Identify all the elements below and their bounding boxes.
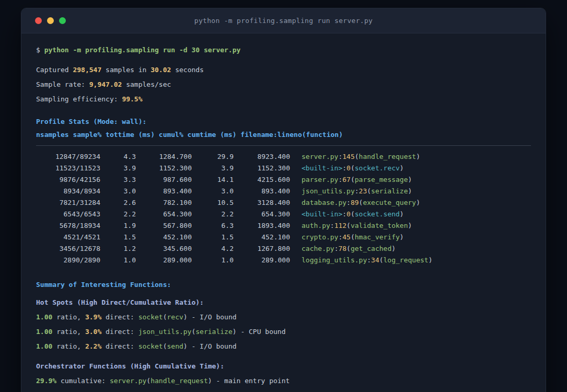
function-name: recv bbox=[167, 313, 183, 321]
lparen-punct: ( bbox=[379, 256, 384, 264]
function-name: serialize bbox=[371, 187, 408, 195]
cell-cumul-pct: 6.3 bbox=[192, 220, 234, 232]
table-row: 4521/45211.5452.1001.5452.100crypto.py:4… bbox=[36, 232, 531, 243]
file-name: <built-in> bbox=[302, 210, 342, 218]
direct-label: direct: bbox=[106, 342, 134, 350]
terminal-output: $ python -m profiling.sampling run -d 30… bbox=[21, 33, 546, 392]
rparen-punct: ) bbox=[416, 199, 420, 206]
cell-tottime: 345.600 bbox=[136, 243, 192, 255]
target-name: socket bbox=[138, 342, 163, 350]
cell-location: crypto.py:45(hmac_verify) bbox=[302, 233, 404, 241]
direct-pct-value: 3.0% bbox=[85, 328, 101, 336]
ratio-label: ratio, bbox=[56, 342, 81, 350]
target-name: socket bbox=[138, 313, 163, 321]
lparen-punct: ( bbox=[163, 313, 167, 321]
line-number: 45 bbox=[342, 233, 351, 241]
rparen-punct: ) bbox=[408, 176, 412, 183]
cell-location: <built-in>:0(socket.send) bbox=[302, 210, 404, 218]
cell-cumtime: 3128.400 bbox=[234, 197, 290, 209]
table-header: nsamples sample% tottime (ms) cumul% cum… bbox=[36, 129, 531, 141]
colon-punct: : bbox=[330, 222, 334, 229]
line-number: 67 bbox=[342, 176, 351, 183]
function-name: get_cached bbox=[351, 245, 391, 252]
summary-heading: Summary of Interesting Functions: bbox=[36, 278, 531, 292]
cell-nsamples: 3456/12678 bbox=[36, 243, 100, 255]
colon-punct: : bbox=[342, 210, 346, 218]
rparen-punct: ) bbox=[233, 328, 237, 336]
cell-sample-pct: 3.3 bbox=[100, 174, 136, 186]
table-row: 5678/189341.9567.8006.31893.400auth.py:1… bbox=[36, 220, 531, 232]
cell-cumtime: 1893.400 bbox=[234, 220, 290, 232]
line-number: 0 bbox=[346, 164, 351, 172]
table-row: 3456/126781.2345.6004.21267.800cache.py:… bbox=[36, 243, 531, 255]
close-button[interactable] bbox=[35, 17, 42, 24]
cell-cumul-pct: 3.0 bbox=[192, 186, 234, 197]
captured-label: Captured bbox=[36, 66, 69, 74]
cell-cumtime: 654.300 bbox=[234, 209, 290, 220]
function-name: log_request bbox=[384, 256, 429, 264]
cell-cumul-pct: 3.9 bbox=[192, 163, 234, 174]
minimize-button[interactable] bbox=[47, 17, 54, 24]
efficiency-value: 99.5% bbox=[122, 95, 142, 103]
profile-stats-heading: Profile Stats (Mode: wall): bbox=[36, 114, 531, 129]
cell-location: database.py:89(execute_query) bbox=[302, 199, 420, 206]
cell-cumul-pct: 1.5 bbox=[192, 232, 234, 243]
rparen-punct: ) bbox=[400, 210, 404, 218]
function-name: execute_query bbox=[363, 199, 416, 206]
prompt-symbol: $ bbox=[36, 46, 40, 54]
cell-nsamples: 12847/89234 bbox=[36, 151, 100, 163]
cell-tottime: 782.100 bbox=[136, 197, 192, 209]
rparen-punct: ) bbox=[400, 233, 404, 241]
cell-cumtime: 452.100 bbox=[234, 232, 290, 243]
cell-tottime: 567.800 bbox=[136, 220, 192, 232]
titlebar: python -m profiling.sampling run server.… bbox=[21, 8, 546, 33]
file-name: database.py bbox=[302, 199, 346, 206]
file-name: parser.py bbox=[302, 176, 338, 183]
line-number: 23 bbox=[359, 187, 367, 195]
function-name: serialize bbox=[195, 328, 232, 336]
lparen-punct: ( bbox=[351, 164, 355, 172]
cell-cumtime: 1152.300 bbox=[234, 163, 290, 174]
colon-punct: : bbox=[367, 256, 371, 264]
orchestrator-item: 14.1% cumulative: parser.py(parse_messag… bbox=[36, 388, 531, 392]
table-row: 2890/28901.0289.0001.0289.000logging_uti… bbox=[36, 255, 531, 266]
captured-line: Captured 298,547 samples in 30.02 second… bbox=[36, 63, 531, 77]
lparen-punct: ( bbox=[351, 233, 355, 241]
orchestrators-heading: Orchestrator Functions (High Cumulative … bbox=[36, 359, 531, 374]
maximize-button[interactable] bbox=[59, 17, 66, 24]
lparen-punct: ( bbox=[351, 176, 355, 183]
sample-rate-unit: samples/sec bbox=[126, 80, 171, 88]
table-row: 6543/65432.2654.3002.2654.300<built-in>:… bbox=[36, 209, 531, 220]
window-title: python -m profiling.sampling run server.… bbox=[194, 17, 373, 25]
hot-spots-heading: Hot Spots (High Direct/Cumulative Ratio)… bbox=[36, 295, 531, 310]
cell-tottime: 289.000 bbox=[136, 255, 192, 266]
function-name: validate_token bbox=[351, 222, 408, 229]
cell-sample-pct: 1.2 bbox=[100, 243, 136, 255]
captured-duration-value: 30.02 bbox=[151, 66, 171, 74]
colon-punct: : bbox=[355, 187, 359, 195]
ratio-label: ratio, bbox=[56, 313, 81, 321]
function-name: handle_request bbox=[151, 377, 208, 385]
cell-nsamples: 6543/6543 bbox=[36, 209, 100, 220]
file-name: crypto.py bbox=[302, 233, 338, 241]
function-name: parse_message bbox=[355, 176, 408, 183]
cumulative-label: cumulative: bbox=[61, 377, 106, 385]
note-text: - CPU bound bbox=[240, 328, 285, 336]
lparen-punct: ( bbox=[146, 377, 151, 385]
ratio-value: 1.00 bbox=[36, 328, 52, 336]
cell-cumtime: 289.000 bbox=[234, 255, 290, 266]
cell-cumtime: 4215.600 bbox=[234, 174, 290, 186]
cell-tottime: 893.400 bbox=[136, 186, 192, 197]
hot-spot-item: 1.00 ratio, 3.0% direct: json_utils.py(s… bbox=[36, 325, 531, 339]
command-text: python -m profiling.sampling run -d 30 s… bbox=[44, 46, 241, 54]
hot-spot-item: 1.00 ratio, 2.2% direct: socket(send) - … bbox=[36, 339, 531, 354]
cell-location: cache.py:78(get_cached) bbox=[302, 245, 396, 252]
direct-pct-value: 3.9% bbox=[85, 313, 101, 321]
rparen-punct: ) bbox=[429, 256, 433, 264]
lparen-punct: ( bbox=[346, 222, 351, 229]
lparen-punct: ( bbox=[346, 245, 351, 252]
cell-cumtime: 8923.400 bbox=[234, 151, 290, 163]
cell-location: json_utils.py:23(serialize) bbox=[302, 187, 412, 195]
line-number: 78 bbox=[338, 245, 346, 252]
cell-sample-pct: 1.5 bbox=[100, 232, 136, 243]
